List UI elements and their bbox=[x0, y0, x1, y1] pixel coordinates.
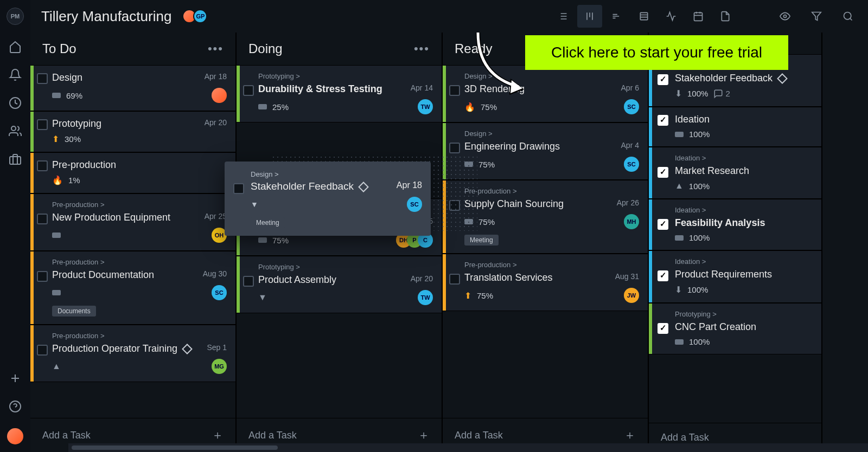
filter-icon[interactable] bbox=[807, 5, 826, 28]
home-icon[interactable] bbox=[9, 40, 22, 53]
task-checkbox[interactable] bbox=[449, 143, 460, 153]
task-checkbox[interactable] bbox=[449, 274, 460, 285]
watch-icon[interactable] bbox=[776, 5, 794, 28]
progress-icon bbox=[52, 290, 61, 295]
view-calendar-icon[interactable] bbox=[686, 5, 711, 28]
task-card[interactable]: Ideation >Feasibility Analysis100% bbox=[649, 199, 821, 250]
task-card[interactable]: Ideation >Market Research▲100% bbox=[649, 147, 821, 199]
column-menu-icon[interactable]: ••• bbox=[208, 42, 224, 56]
task-checkbox[interactable] bbox=[658, 270, 668, 281]
collapse-icon[interactable]: ▼ bbox=[258, 293, 267, 302]
task-card[interactable]: Prototyping >Product AssemblyApr 20▼TW bbox=[237, 256, 442, 313]
task-checkbox[interactable] bbox=[37, 271, 48, 282]
card-breadcrumb: Design > bbox=[464, 130, 639, 138]
task-checkbox[interactable] bbox=[37, 119, 48, 130]
task-checkbox[interactable] bbox=[658, 323, 668, 334]
task-card[interactable]: PrototypingApr 20⬆30% bbox=[30, 111, 235, 152]
plus-icon: ＋ bbox=[418, 427, 430, 443]
free-trial-banner[interactable]: Click here to start your free trial bbox=[525, 35, 788, 70]
assignee-avatar[interactable]: SC bbox=[407, 197, 422, 212]
assignee-avatar[interactable]: TW bbox=[418, 290, 433, 305]
assignee-avatar[interactable]: TW bbox=[418, 99, 433, 114]
view-gantt-icon[interactable] bbox=[604, 5, 629, 28]
user-avatar[interactable] bbox=[7, 428, 23, 444]
progress-icon bbox=[52, 233, 61, 238]
assignee-avatar[interactable]: SC bbox=[624, 157, 639, 172]
collapse-icon[interactable]: ▲ bbox=[675, 181, 684, 191]
progress-percent: 69% bbox=[66, 91, 82, 100]
topbar-actions bbox=[776, 5, 857, 28]
assignee-avatar[interactable]: SC bbox=[624, 99, 639, 114]
team-icon[interactable] bbox=[9, 125, 22, 138]
task-card[interactable]: Pre-production >Translation ServicesAug … bbox=[443, 254, 648, 311]
collapse-icon[interactable]: ▼ bbox=[251, 200, 258, 209]
view-sheet-icon[interactable] bbox=[631, 5, 656, 28]
progress-icon bbox=[258, 104, 267, 109]
assignee-avatar[interactable] bbox=[212, 88, 227, 103]
progress-percent: 100% bbox=[687, 89, 708, 98]
card-tag: Documents bbox=[52, 306, 96, 317]
task-checkbox[interactable] bbox=[37, 73, 48, 84]
help-icon[interactable] bbox=[9, 400, 22, 413]
topbar: Tillery Manufacturing GP bbox=[30, 0, 868, 33]
status-stripe bbox=[649, 147, 652, 198]
assignee-avatar[interactable]: SC bbox=[212, 285, 227, 300]
task-card[interactable]: DesignApr 1869% bbox=[30, 65, 235, 111]
task-card[interactable]: Pre-production >Product DocumentationAug… bbox=[30, 251, 235, 325]
task-card[interactable]: Pre-production >Production Operator Trai… bbox=[30, 325, 235, 382]
status-stripe bbox=[30, 325, 34, 382]
view-files-icon[interactable] bbox=[713, 5, 738, 28]
status-stripe bbox=[443, 254, 446, 311]
card-title: Translation Services bbox=[464, 272, 610, 283]
task-checkbox[interactable] bbox=[658, 167, 668, 178]
task-checkbox[interactable] bbox=[37, 214, 48, 224]
view-activity-icon[interactable] bbox=[659, 5, 684, 28]
task-checkbox[interactable] bbox=[37, 345, 48, 356]
task-checkbox[interactable] bbox=[243, 85, 254, 96]
task-checkbox[interactable] bbox=[658, 115, 668, 126]
svg-rect-3 bbox=[640, 12, 647, 20]
horizontal-scrollbar[interactable] bbox=[68, 443, 868, 452]
assignee-avatar[interactable]: MH bbox=[624, 214, 639, 229]
briefcase-icon[interactable] bbox=[9, 153, 22, 166]
card-title: Prototyping bbox=[52, 118, 199, 130]
search-icon[interactable] bbox=[839, 5, 857, 28]
task-card[interactable]: Ideation100% bbox=[649, 107, 821, 147]
task-checkbox[interactable] bbox=[243, 276, 254, 287]
status-stripe bbox=[649, 304, 652, 354]
card-date: Apr 4 bbox=[621, 141, 639, 150]
column-doing: Doing••• Prototyping >Durability & Stres… bbox=[237, 33, 443, 452]
bell-icon[interactable] bbox=[9, 68, 22, 81]
team-avatars[interactable]: GP bbox=[182, 9, 207, 23]
task-checkbox[interactable] bbox=[233, 183, 244, 194]
milestone-icon bbox=[182, 344, 193, 354]
dragging-card[interactable]: Design > Stakeholder Feedback Apr 18 ▼ S… bbox=[225, 162, 431, 236]
assignee-avatar[interactable]: JW bbox=[624, 288, 639, 303]
status-stripe bbox=[237, 66, 240, 122]
card-title: Stakeholder Feedback bbox=[251, 180, 367, 192]
task-checkbox[interactable] bbox=[658, 219, 668, 230]
task-card[interactable]: Prototyping >Durability & Stress Testing… bbox=[237, 65, 442, 122]
task-checkbox[interactable] bbox=[658, 74, 668, 85]
view-board-icon[interactable] bbox=[577, 5, 602, 28]
card-date: Sep 1 bbox=[207, 343, 227, 352]
task-card[interactable]: Ideation >Product Requirements⬇100% bbox=[649, 250, 821, 303]
app-logo[interactable]: PM bbox=[7, 8, 24, 25]
task-card[interactable]: Pre-production >New Production Equipment… bbox=[30, 193, 235, 251]
progress-percent: 25% bbox=[272, 102, 289, 112]
card-date: Apr 14 bbox=[411, 83, 433, 92]
clock-icon[interactable] bbox=[9, 96, 22, 109]
task-card[interactable]: Pre-production🔥1% bbox=[30, 152, 235, 193]
view-list-icon[interactable] bbox=[550, 5, 575, 28]
task-checkbox[interactable] bbox=[449, 85, 460, 96]
assignee-avatar[interactable]: MG bbox=[212, 359, 227, 374]
collapse-icon[interactable]: ▲ bbox=[52, 361, 61, 371]
status-stripe bbox=[30, 153, 34, 193]
svg-rect-1 bbox=[10, 157, 21, 164]
comments-badge[interactable]: 2 bbox=[713, 89, 730, 99]
task-checkbox[interactable] bbox=[37, 160, 48, 171]
column-menu-icon[interactable]: ••• bbox=[414, 42, 430, 56]
plus-icon[interactable] bbox=[9, 372, 22, 385]
task-card[interactable]: Prototyping >CNC Part Creation100% bbox=[649, 303, 821, 354]
card-title: Ideation bbox=[675, 114, 813, 125]
